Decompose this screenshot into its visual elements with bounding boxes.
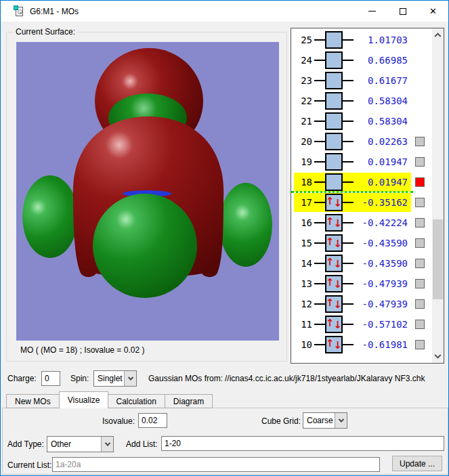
- mo-number: 22: [295, 95, 312, 106]
- mo-row-13[interactable]: 13↑↓-0.47939: [291, 274, 432, 294]
- level-line: [343, 324, 354, 325]
- mo-energy-value: 0.61677: [354, 75, 408, 86]
- mo-row-10[interactable]: 10↑↓-0.61981: [291, 334, 432, 355]
- level-line: [343, 222, 354, 223]
- mo-number: 16: [295, 217, 312, 228]
- spin-label: Spin:: [70, 374, 89, 383]
- mo-surface-viewport[interactable]: [16, 42, 279, 341]
- mo-row-20[interactable]: 200.02263: [291, 131, 432, 152]
- orbital-occupancy-box[interactable]: ↑↓: [325, 275, 343, 293]
- maximize-button[interactable]: [387, 1, 418, 22]
- mo-list-scrollbar[interactable]: [432, 28, 444, 363]
- mo-visible-checkbox[interactable]: [415, 340, 425, 349]
- mo-visible-checkbox[interactable]: [415, 279, 425, 288]
- close-button[interactable]: ✕: [418, 1, 448, 22]
- add-list-input[interactable]: [161, 436, 444, 451]
- tab-visualize[interactable]: Visualize: [59, 391, 109, 408]
- level-line: [314, 303, 325, 305]
- scroll-up-button[interactable]: [432, 28, 444, 40]
- mo-visible-checkbox[interactable]: [415, 157, 425, 167]
- orbital-occupancy-box[interactable]: ↑↓: [325, 255, 343, 272]
- orbital-occupancy-box[interactable]: ↑↓: [325, 194, 343, 211]
- tab-calculation[interactable]: Calculation: [108, 394, 165, 408]
- mos-window: G6:M1 - MOs ✕ Current Surface:: [0, 0, 449, 476]
- mo-row-content: 14↑↓-0.43590: [294, 254, 411, 273]
- orbital-occupancy-box[interactable]: [325, 153, 343, 171]
- isovalue-input[interactable]: [138, 413, 167, 428]
- mo-visible-checkbox[interactable]: [415, 137, 425, 146]
- charge-input[interactable]: [41, 371, 60, 386]
- mo-visible-checkbox[interactable]: [415, 259, 425, 268]
- scrollbar-thumb[interactable]: [433, 219, 443, 299]
- mo-row-17[interactable]: 17↑↓-0.35162: [291, 192, 432, 213]
- mo-visible-checkbox[interactable]: [415, 218, 425, 228]
- mo-visible-checkbox[interactable]: [415, 320, 425, 329]
- mo-row-19[interactable]: 190.01947: [291, 152, 432, 172]
- orbital-occupancy-box[interactable]: [325, 92, 343, 110]
- update-button[interactable]: Update ...: [392, 456, 442, 471]
- mo-visible-checkbox[interactable]: [415, 177, 425, 187]
- minimize-icon: [368, 11, 376, 12]
- orbital-occupancy-box[interactable]: [325, 51, 343, 69]
- mo-visible-checkbox[interactable]: [415, 238, 425, 248]
- level-line: [343, 202, 354, 203]
- mo-number: 17: [295, 197, 312, 208]
- level-line: [314, 121, 325, 122]
- mo-row-22[interactable]: 220.58304: [291, 91, 432, 111]
- mo-visible-checkbox[interactable]: [415, 299, 425, 309]
- orbital-occupancy-box[interactable]: [325, 133, 343, 150]
- scroll-down-button[interactable]: [432, 351, 444, 363]
- mo-energy-value: -0.42224: [354, 217, 408, 228]
- mo-number: 12: [295, 299, 312, 309]
- mo-row-15[interactable]: 15↑↓-0.43590: [291, 233, 432, 253]
- cube-grid-selected-value: Coarse: [303, 416, 335, 425]
- close-icon: ✕: [429, 7, 437, 16]
- mo-row-selection-highlight: 180.01947: [294, 173, 411, 192]
- minimize-button[interactable]: [357, 1, 387, 22]
- mo-level-list: 251.01703240.66985230.61677220.58304210.…: [291, 28, 444, 364]
- homo-lumo-separator: [291, 191, 413, 193]
- mo-row-25[interactable]: 251.01703: [291, 30, 432, 50]
- orbital-occupancy-box[interactable]: ↑↓: [325, 214, 343, 232]
- tab-diagram[interactable]: Diagram: [165, 394, 213, 408]
- mo-visible-checkbox[interactable]: [415, 198, 425, 207]
- orbital-occupancy-box[interactable]: [325, 31, 343, 49]
- mo-number: 21: [295, 116, 312, 127]
- isovalue-label: Isovalue:: [102, 416, 135, 426]
- spin-select[interactable]: Singlet: [93, 370, 137, 387]
- mo-number: 25: [295, 35, 312, 45]
- mo-row-selection-highlight: 17↑↓-0.35162: [294, 193, 411, 212]
- mo-number: 19: [295, 156, 312, 167]
- mo-row-16[interactable]: 16↑↓-0.42224: [291, 213, 432, 233]
- tab-new-mos[interactable]: New MOs: [6, 394, 60, 408]
- chevron-down-icon: [127, 374, 133, 380]
- mo-row-24[interactable]: 240.66985: [291, 50, 432, 70]
- level-line: [343, 263, 354, 264]
- mo-energy-value: 0.01947: [354, 156, 408, 167]
- molecular-orbital-rendering: [16, 42, 279, 341]
- level-line: [314, 141, 325, 142]
- orbital-occupancy-box[interactable]: [325, 112, 343, 130]
- orbital-occupancy-box[interactable]: ↑↓: [325, 316, 343, 333]
- orbital-occupancy-box[interactable]: ↑↓: [325, 295, 343, 313]
- mo-row-14[interactable]: 14↑↓-0.43590: [291, 253, 432, 274]
- mo-row-12[interactable]: 12↑↓-0.47939: [291, 294, 432, 314]
- negative-lobe-left: [22, 175, 78, 258]
- mo-row-11[interactable]: 11↑↓-0.57102: [291, 314, 432, 334]
- mo-row-18[interactable]: 180.01947: [291, 172, 432, 192]
- orbital-occupancy-box[interactable]: ↑↓: [325, 234, 343, 252]
- level-line: [343, 39, 354, 41]
- window-title: G6:M1 - MOs: [30, 7, 79, 16]
- cube-grid-select[interactable]: Coarse: [303, 412, 347, 429]
- mo-row-23[interactable]: 230.61677: [291, 70, 432, 91]
- orbital-occupancy-box[interactable]: [325, 72, 343, 89]
- mo-number: 24: [295, 55, 312, 66]
- spin-down-arrow: ↓: [334, 259, 343, 269]
- mo-row-21[interactable]: 210.58304: [291, 111, 432, 131]
- mo-row-content: 251.01703: [294, 30, 411, 49]
- mo-energy-value: 1.01703: [354, 35, 408, 45]
- add-type-select[interactable]: Other: [47, 436, 114, 452]
- orbital-occupancy-box[interactable]: ↑↓: [325, 336, 343, 353]
- orbital-occupancy-box[interactable]: [325, 173, 343, 191]
- mo-row-content: 210.58304: [294, 112, 411, 131]
